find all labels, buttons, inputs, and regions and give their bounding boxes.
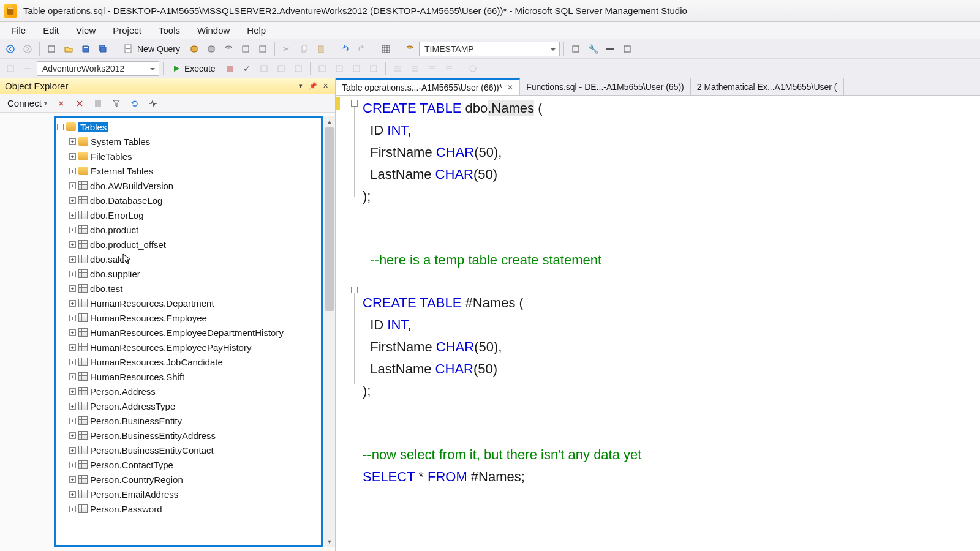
parse-icon[interactable]: ✓: [239, 61, 255, 77]
expand-icon[interactable]: +: [69, 373, 76, 380]
expand-icon[interactable]: +: [69, 329, 76, 336]
tab-functions[interactable]: Functions.sql - DE...-A1M5655\User (65)): [520, 78, 691, 95]
expand-icon[interactable]: +: [69, 344, 76, 351]
fold-icon[interactable]: −: [351, 287, 358, 293]
db-query-icon1[interactable]: [186, 41, 202, 57]
tree-table[interactable]: +dbo.ErrorLog: [56, 208, 321, 222]
save-icon[interactable]: [78, 41, 94, 57]
tool-icon2[interactable]: 🔧: [585, 41, 601, 57]
menu-view[interactable]: View: [67, 23, 104, 38]
tree-folder[interactable]: +System Tables: [56, 134, 321, 149]
expand-icon[interactable]: +: [69, 285, 76, 292]
db-query-icon5[interactable]: [255, 41, 271, 57]
menu-tools[interactable]: Tools: [150, 23, 189, 38]
tree-table[interactable]: +dbo.test: [56, 281, 321, 296]
tree-scrollbar[interactable]: ▲ ▼: [324, 116, 335, 547]
expand-icon[interactable]: +: [69, 241, 76, 248]
new-query-button[interactable]: New Query: [119, 41, 185, 57]
tool-icon3[interactable]: [602, 41, 618, 57]
expand-icon[interactable]: +: [69, 153, 76, 160]
tree-table[interactable]: +Person.Password: [56, 501, 321, 516]
db-query-icon2[interactable]: [203, 41, 219, 57]
tab-mathematical[interactable]: 2 Mathematical Ex...A1M5655\User (: [691, 78, 844, 95]
expand-icon[interactable]: +: [69, 476, 76, 483]
tree-folder[interactable]: +FileTables: [56, 149, 321, 163]
tree-table[interactable]: +Person.BusinessEntityAddress: [56, 428, 321, 443]
tree-table[interactable]: +HumanResources.EmployeePayHistory: [56, 340, 321, 354]
expand-icon[interactable]: +: [69, 388, 76, 395]
new-project-icon[interactable]: [43, 41, 59, 57]
expand-icon[interactable]: +: [69, 168, 76, 174]
expand-icon[interactable]: +: [69, 227, 76, 233]
sql-code[interactable]: CREATE TABLE dbo.Names ( ID INT, FirstNa…: [363, 98, 980, 489]
expand-icon[interactable]: +: [69, 300, 76, 307]
menu-project[interactable]: Project: [104, 23, 150, 38]
open-file-icon[interactable]: [61, 41, 77, 57]
expand-icon[interactable]: +: [69, 418, 76, 424]
tab-table-operations[interactable]: Table operations.s...-A1M5655\User (66))…: [336, 78, 520, 95]
expand-icon[interactable]: +: [69, 432, 76, 439]
expand-icon[interactable]: +: [69, 212, 76, 219]
tree-table[interactable]: +Person.Address: [56, 384, 321, 399]
scroll-thumb[interactable]: [325, 127, 334, 311]
refresh-icon[interactable]: [127, 96, 143, 111]
type-db-icon[interactable]: [402, 41, 418, 57]
tree-table[interactable]: +Person.CountryRegion: [56, 472, 321, 487]
tree-table[interactable]: +HumanResources.EmployeeDepartmentHistor…: [56, 325, 321, 340]
tree-table[interactable]: +dbo.DatabaseLog: [56, 193, 321, 208]
database-combo[interactable]: AdventureWorks2012: [37, 61, 159, 76]
menu-help[interactable]: Help: [238, 23, 274, 38]
menu-window[interactable]: Window: [189, 23, 238, 38]
fold-icon[interactable]: −: [351, 100, 358, 107]
menu-file[interactable]: File: [2, 23, 34, 38]
tree-table[interactable]: +HumanResources.Shift: [56, 369, 321, 384]
tree-table[interactable]: +dbo.product: [56, 222, 321, 237]
scroll-up-icon[interactable]: ▲: [324, 116, 335, 127]
db-query-icon4[interactable]: [238, 41, 254, 57]
tree-folder[interactable]: +External Tables: [56, 163, 321, 178]
disconnect-icon[interactable]: [53, 96, 69, 111]
tree-table[interactable]: +Person.BusinessEntity: [56, 413, 321, 428]
type-combo[interactable]: TIMESTAMP: [419, 42, 560, 56]
tool-icon1[interactable]: [568, 41, 584, 57]
tree-table[interactable]: +dbo.product_offset: [56, 237, 321, 252]
panel-pin-icon[interactable]: 📌: [308, 81, 318, 91]
activity-icon[interactable]: [145, 96, 161, 111]
nav-back-icon[interactable]: [2, 41, 18, 57]
collapse-icon[interactable]: −: [57, 124, 64, 130]
grid-icon[interactable]: [378, 41, 394, 57]
tool-icon4[interactable]: [619, 41, 635, 57]
tree-table[interactable]: +HumanResources.Employee: [56, 310, 321, 325]
expand-icon[interactable]: +: [69, 315, 76, 321]
expand-icon[interactable]: +: [69, 447, 76, 454]
expand-icon[interactable]: +: [69, 359, 76, 365]
panel-close-icon[interactable]: ✕: [320, 81, 330, 91]
tree-table[interactable]: +HumanResources.Department: [56, 296, 321, 310]
tree-table[interactable]: +Person.EmailAddress: [56, 487, 321, 501]
tree-root-tables[interactable]: −Tables: [56, 119, 321, 134]
panel-dropdown-icon[interactable]: ▾: [296, 81, 306, 91]
tree-table[interactable]: +dbo.supplier: [56, 266, 321, 281]
save-all-icon[interactable]: [95, 41, 111, 57]
sql-editor[interactable]: − − CREATE TABLE dbo.Names ( ID INT, Fir…: [336, 96, 980, 551]
expand-icon[interactable]: +: [69, 462, 76, 468]
expand-icon[interactable]: +: [69, 138, 76, 145]
expand-icon[interactable]: +: [69, 271, 76, 277]
tree-table[interactable]: +Person.BusinessEntityContact: [56, 443, 321, 457]
tab-close-icon[interactable]: ✕: [507, 83, 513, 92]
scroll-down-icon[interactable]: ▼: [324, 536, 335, 547]
connect-button[interactable]: Connect: [4, 97, 51, 110]
db-query-icon3[interactable]: [221, 41, 236, 57]
expand-icon[interactable]: +: [69, 403, 76, 410]
expand-icon[interactable]: +: [69, 506, 76, 512]
tree-table[interactable]: +HumanResources.JobCandidate: [56, 354, 321, 369]
execute-button[interactable]: Execute: [167, 61, 221, 77]
expand-icon[interactable]: +: [69, 197, 76, 204]
tree-table[interactable]: +dbo.AWBuildVersion: [56, 178, 321, 193]
menu-edit[interactable]: Edit: [34, 23, 67, 38]
disconnect-all-icon[interactable]: [72, 96, 88, 111]
expand-icon[interactable]: +: [69, 256, 76, 263]
tree-table[interactable]: +Person.AddressType: [56, 399, 321, 413]
filter-icon[interactable]: [108, 96, 124, 111]
expand-icon[interactable]: +: [69, 182, 76, 189]
